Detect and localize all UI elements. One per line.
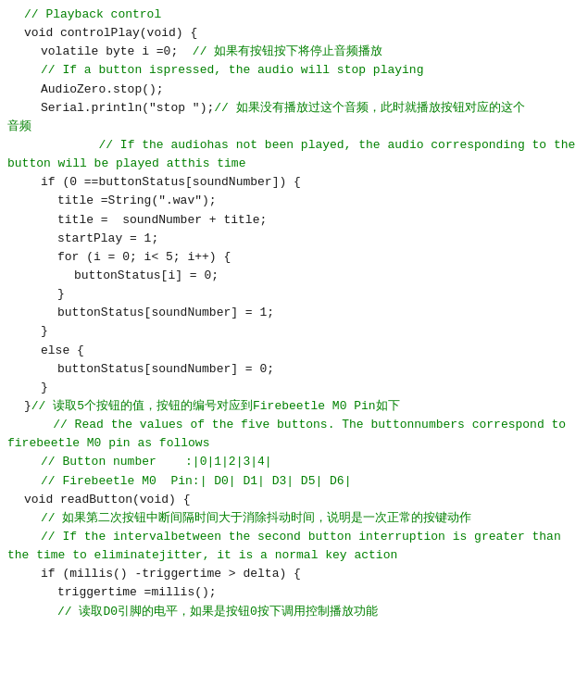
line-27: if (millis() -triggertime > delta) { <box>7 565 581 583</box>
line-11: startPlay = 1; <box>7 230 581 248</box>
line-5: AudioZero.stop(); <box>7 81 581 99</box>
code-container: // Playback control void controlPlay(voi… <box>0 0 588 627</box>
line-10: title = soundNumber + title; <box>7 211 581 230</box>
line-6: Serial.println("stop ");// 如果没有播放过这个音频，此… <box>7 99 581 118</box>
line-25: // 如果第二次按钮中断间隔时间大于消除抖动时间，说明是一次正常的按键动作 <box>7 509 581 528</box>
line-24: void readButton(void) { <box>7 491 581 509</box>
line-21b: firebeetle M0 pin as follows <box>7 434 581 453</box>
line-14: } <box>7 285 581 304</box>
line-9: title =String(".wav"); <box>7 192 581 210</box>
line-15: buttonStatus[soundNumber] = 1; <box>7 304 581 322</box>
line-1: // Playback control <box>7 6 581 24</box>
line-20: }// 读取5个按钮的值，按钮的编号对应到Firebeetle M0 Pin如下 <box>7 397 581 416</box>
line-13: buttonStatus[i] = 0; <box>7 267 581 285</box>
line-16: } <box>7 322 581 341</box>
line-3: volatile byte i =0; // 如果有按钮按下将停止音频播放 <box>7 43 581 61</box>
line-2: void controlPlay(void) { <box>7 24 581 43</box>
line-29: // 读取D0引脚的电平，如果是按钮0按下调用控制播放功能 <box>7 603 581 621</box>
line-28: triggertime =millis(); <box>7 583 581 602</box>
line-17: else { <box>7 342 581 360</box>
line-4: // If a button ispressed, the audio will… <box>7 61 581 80</box>
line-21: // Read the values of the five buttons. … <box>7 416 581 434</box>
line-18: buttonStatus[soundNumber] = 0; <box>7 360 581 379</box>
line-7: // If the audiohas not been played, the … <box>7 136 581 155</box>
line-19: } <box>7 379 581 397</box>
line-26b: the time to eliminatejitter, it is a nor… <box>7 546 581 565</box>
line-12: for (i = 0; i< 5; i++) { <box>7 248 581 267</box>
line-26: // If the intervalbetween the second but… <box>7 528 581 546</box>
line-8: if (0 ==buttonStatus[soundNumber]) { <box>7 173 581 192</box>
line-6b: 音频 <box>7 118 581 136</box>
line-23: // Firebeetle M0 Pin:| D0| D1| D3| D5| D… <box>7 472 581 491</box>
line-7b: button will be played atthis time <box>7 155 581 173</box>
line-22: // Button number :|0|1|2|3|4| <box>7 453 581 471</box>
